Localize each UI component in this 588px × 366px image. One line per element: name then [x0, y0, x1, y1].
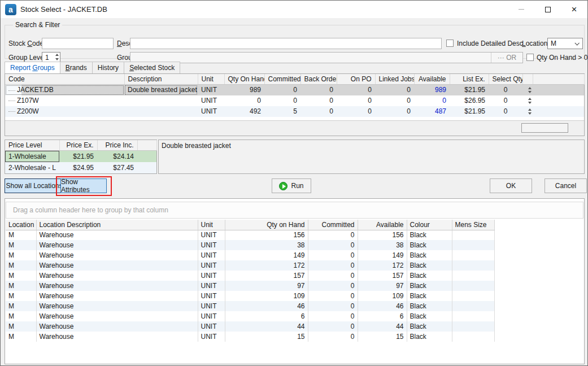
col-loc-available[interactable]: Available: [358, 220, 407, 230]
col-available[interactable]: Available: [414, 74, 450, 85]
cell-location-description: Warehouse: [36, 332, 198, 342]
groups-or-button[interactable]: ··· OR: [491, 53, 522, 63]
col-description[interactable]: Description: [124, 74, 198, 85]
cell-price-level: 1-Wholesale: [5, 151, 59, 162]
price-table-body: 1-Wholesale $21.95 $24.14 2-Wholesale - …: [5, 151, 156, 173]
price-row[interactable]: 1-Wholesale $21.95 $24.14: [5, 151, 156, 162]
cell-loc-qty-on-hand: 44: [225, 321, 308, 332]
cell-location: M: [6, 230, 36, 240]
cell-filler: [533, 85, 584, 95]
cell-mens-size: [452, 291, 494, 301]
cell-colour: Black: [407, 230, 452, 240]
price-level-panel: Price Level Price Ex. Price Inc. 1-Whole…: [5, 140, 157, 174]
location-row[interactable]: M Warehouse UNIT 46 0 46 Black: [6, 301, 494, 311]
col-on-po[interactable]: On PO: [337, 74, 375, 85]
qty-on-hand-checkbox[interactable]: [526, 54, 534, 61]
app-icon: a: [5, 4, 16, 15]
col-mens-size[interactable]: Mens Size: [452, 220, 494, 230]
cell-qty-on-hand: 492: [224, 106, 264, 117]
cell-location: M: [6, 301, 36, 311]
cell-loc-qty-on-hand: 109: [225, 291, 308, 301]
cell-colour: Black: [407, 321, 452, 332]
col-loc-committed[interactable]: Committed: [308, 220, 358, 230]
location-row[interactable]: M Warehouse UNIT 97 0 97 Black: [6, 281, 494, 291]
col-list-ex[interactable]: List Ex.: [450, 74, 489, 85]
show-attributes-button[interactable]: Show Attributes: [60, 178, 107, 193]
col-colour[interactable]: Colour: [407, 220, 452, 230]
location-row[interactable]: M Warehouse UNIT 149 0 149 Black: [6, 250, 494, 260]
select-qty-stepper[interactable]: [526, 108, 533, 115]
maximize-button[interactable]: [534, 1, 561, 18]
stock-row[interactable]: Z200W UNIT 492 5 0 0 0 487 $21.95 0: [5, 106, 584, 117]
tree-connector-icon: [8, 101, 15, 101]
groups-field[interactable]: ··· OR: [130, 52, 523, 63]
cell-loc-qty-on-hand: 157: [225, 271, 308, 281]
cell-on-po: 0: [337, 85, 375, 95]
location-row[interactable]: M Warehouse UNIT 172 0 172 Black: [6, 260, 494, 271]
tab-report-groups[interactable]: Report Groups: [5, 62, 60, 74]
cell-loc-unit: UNIT: [198, 230, 225, 240]
location-row[interactable]: M Warehouse UNIT 6 0 6 Black: [6, 311, 494, 321]
col-location-description[interactable]: Location Description: [36, 220, 198, 230]
description-input[interactable]: [130, 38, 442, 49]
cell-loc-available: 44: [358, 321, 407, 332]
include-detailed-desc-label: Include Detailed Desc: [457, 38, 523, 49]
col-unit[interactable]: Unit: [198, 74, 224, 85]
location-row[interactable]: M Warehouse UNIT 44 0 44 Black: [6, 321, 494, 332]
cell-committed: 5: [264, 106, 300, 117]
cell-colour: Black: [407, 311, 452, 321]
cell-available: 0: [414, 95, 450, 106]
stock-row[interactable]: Z107W UNIT 0 0 0 0 0 0 $26.95 0: [5, 95, 584, 106]
location-row[interactable]: M Warehouse UNIT 156 0 156 Black: [6, 230, 494, 240]
location-row[interactable]: M Warehouse UNIT 15 0 15 Black: [6, 332, 494, 342]
include-detailed-desc-checkbox[interactable]: [446, 40, 454, 47]
col-price-level[interactable]: Price Level: [5, 140, 59, 151]
cell-colour: Black: [407, 271, 452, 281]
col-price-inc[interactable]: Price Inc.: [97, 140, 137, 151]
cell-location: M: [6, 260, 36, 271]
cell-filler: [533, 95, 584, 106]
cell-colour: Black: [407, 301, 452, 311]
col-price-ex[interactable]: Price Ex.: [59, 140, 97, 151]
cell-loc-committed: 0: [308, 250, 358, 260]
show-all-locations-button[interactable]: Show all Locations: [5, 178, 64, 193]
tab-history[interactable]: History: [93, 62, 124, 74]
stock-code-input[interactable]: [42, 38, 114, 49]
cell-loc-unit: UNIT: [198, 311, 225, 321]
col-qty-on-hand[interactable]: Qty On Hand: [224, 74, 264, 85]
col-back-order[interactable]: Back Order: [300, 74, 337, 85]
col-select-qty[interactable]: Select Qty: [489, 74, 522, 85]
col-loc-unit[interactable]: Unit: [198, 220, 225, 230]
col-location[interactable]: Location: [6, 220, 36, 230]
price-row[interactable]: 2-Wholesale - L $24.95 $27.45: [5, 162, 156, 173]
total-box: [521, 123, 568, 133]
col-committed[interactable]: Committed: [264, 74, 300, 85]
cell-price-inc: $27.45: [97, 162, 137, 173]
location-row[interactable]: M Warehouse UNIT 38 0 38 Black: [6, 240, 494, 250]
location-row[interactable]: M Warehouse UNIT 109 0 109 Black: [6, 291, 494, 301]
tab-brands[interactable]: Brands: [60, 62, 93, 74]
select-qty-stepper[interactable]: [526, 98, 533, 104]
cell-loc-available: 6: [358, 311, 407, 321]
cell-on-po: 0: [337, 106, 375, 117]
cell-loc-available: 38: [358, 240, 407, 250]
cell-loc-qty-on-hand: 156: [225, 230, 308, 240]
run-button[interactable]: Run: [272, 178, 311, 193]
select-qty-stepper[interactable]: [526, 87, 533, 93]
close-button[interactable]: ×: [561, 1, 587, 18]
cell-loc-committed: 0: [308, 240, 358, 250]
description-memo: Double breasted jacket: [158, 140, 585, 174]
cell-price-ex: $21.95: [59, 151, 97, 162]
cancel-button[interactable]: Cancel: [545, 178, 587, 193]
col-loc-qty-on-hand[interactable]: Qty on Hand: [225, 220, 308, 230]
location-row[interactable]: M Warehouse UNIT 157 0 157 Black: [6, 271, 494, 281]
ok-button[interactable]: OK: [490, 178, 532, 193]
col-linked-jobs[interactable]: Linked Jobs: [375, 74, 414, 85]
minimize-button[interactable]: [508, 1, 534, 18]
stock-row[interactable]: JACKET.DB Double breasted jacket UNIT 98…: [5, 85, 584, 95]
tab-selected-stock[interactable]: Selected Stock: [124, 62, 180, 74]
group-by-drop-zone[interactable]: Drag a column header here to group by th…: [6, 202, 583, 219]
col-code[interactable]: Code: [5, 74, 124, 85]
col-filler: [533, 74, 584, 85]
location-select[interactable]: M: [547, 38, 583, 49]
